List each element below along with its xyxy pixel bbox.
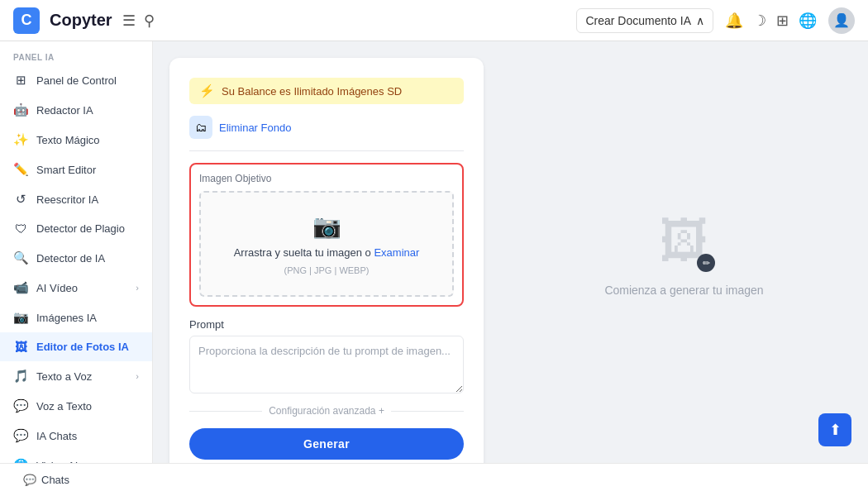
center-panel: ⚡ Su Balance es Ilimitado Imágenes SD 🗂 … <box>153 41 500 463</box>
generar-button[interactable]: Generar <box>189 428 464 460</box>
grid-icon[interactable]: ⊞ <box>776 12 789 30</box>
sidebar-item-label: Reescritor IA <box>36 193 98 206</box>
bottom-bar: 💬 Chats <box>0 463 868 496</box>
sidebar-item-label: Texto Mágico <box>36 134 100 146</box>
right-preview-panel: 🖼 ✏ Comienza a generar tu imagen ⬆ <box>500 41 868 463</box>
chevron-up-icon: ⬆ <box>829 421 842 439</box>
sidebar-item-imagenes-ia[interactable]: 📷 Imágenes IA <box>0 303 152 332</box>
upload-instruction: Arrastra y suelta tu imagen o Examinar <box>234 246 420 259</box>
sidebar-item-texto-a-voz[interactable]: 🎵 Texto a Voz › <box>0 361 152 391</box>
sidebar-item-label: Detector de IA <box>36 252 105 265</box>
imagen-objetivo-label: Imagen Objetivo <box>199 173 454 184</box>
redactor-ia-icon: 🤖 <box>13 103 28 117</box>
detector-plagio-icon: 🛡 <box>13 222 28 236</box>
sidebar-item-label: Imágenes IA <box>36 312 97 324</box>
sidebar-item-label: Editor de Fotos IA <box>36 341 129 353</box>
search-icon[interactable]: ⚲ <box>144 12 155 30</box>
sidebar-section-label: PANEL IA <box>0 41 152 65</box>
bolt-icon: ⚡ <box>199 83 215 98</box>
sidebar-item-label: Smart Editor <box>36 164 96 176</box>
chats-label: Chats <box>41 474 69 486</box>
crear-doc-label: Crear Documento IA <box>585 14 691 27</box>
line-right <box>391 411 464 412</box>
logo-letter: C <box>21 12 32 29</box>
sidebar-item-detector-ia[interactable]: 🔍 Detector de IA <box>0 243 152 273</box>
top-navigation: C Copyter ☰ ⚲ Crear Documento IA ∧ 🔔 ☽ ⊞… <box>0 0 868 41</box>
panel-control-icon: ⊞ <box>13 73 28 88</box>
sidebar: PANEL IA ⊞ Panel de Control 🤖 Redactor I… <box>0 41 153 463</box>
menu-icon[interactable]: ☰ <box>122 12 136 30</box>
eliminar-fondo-label: Eliminar Fondo <box>219 122 291 134</box>
texto-a-voz-arrow: › <box>136 371 139 381</box>
sidebar-item-texto-magico[interactable]: ✨ Texto Mágico <box>0 125 152 155</box>
topnav-right-icons: 🔔 ☽ ⊞ 🌐 <box>725 12 817 30</box>
sidebar-item-label: IA Chats <box>36 430 77 442</box>
editor-card: ⚡ Su Balance es Ilimitado Imágenes SD 🗂 … <box>169 58 484 463</box>
sidebar-item-voz-a-texto[interactable]: 💬 Voz a Texto <box>0 391 152 421</box>
sidebar-item-label: AI Vídeo <box>36 282 78 294</box>
line-left <box>189 411 262 412</box>
texto-a-voz-icon: 🎵 <box>13 369 28 384</box>
sidebar-item-ia-chats[interactable]: 💬 IA Chats <box>0 421 152 451</box>
ai-video-arrow: › <box>136 283 139 293</box>
sidebar-item-detector-plagio[interactable]: 🛡 Detector de Plagio <box>0 214 152 243</box>
balance-text: Su Balance es Ilimitado Imágenes SD <box>222 85 402 98</box>
pencil-icon: ✏ <box>697 254 715 272</box>
sidebar-item-panel-control[interactable]: ⊞ Panel de Control <box>0 65 152 95</box>
ai-video-icon: 📹 <box>13 280 28 295</box>
voz-a-texto-icon: 💬 <box>13 398 28 413</box>
divider <box>189 150 464 151</box>
sidebar-item-label: Redactor IA <box>36 104 93 117</box>
topnav-left: C Copyter ☰ ⚲ <box>13 7 155 34</box>
config-avanzada-row[interactable]: Configuración avanzada + <box>189 405 464 417</box>
sidebar-item-redactor-ia[interactable]: 🤖 Redactor IA <box>0 95 152 125</box>
prompt-textarea[interactable] <box>189 336 464 393</box>
eliminar-fondo-icon: 🗂 <box>189 116 212 139</box>
moon-icon[interactable]: ☽ <box>753 12 766 30</box>
sidebar-item-label: Panel de Control <box>36 74 117 87</box>
vision-ai-icon: 🌐 <box>13 458 28 463</box>
eliminar-fondo-row[interactable]: 🗂 Eliminar Fondo <box>189 116 464 139</box>
examinar-link[interactable]: Examinar <box>374 246 419 259</box>
sidebar-item-label: Vision AI <box>36 460 78 464</box>
sidebar-item-label: Texto a Voz <box>36 370 92 383</box>
crear-documento-button[interactable]: Crear Documento IA ∧ <box>576 8 713 33</box>
smart-editor-icon: ✏️ <box>13 162 28 177</box>
sidebar-item-vision-ai[interactable]: 🌐 Vision AI <box>0 451 152 463</box>
topnav-right: Crear Documento IA ∧ 🔔 ☽ ⊞ 🌐 👤 <box>576 7 855 34</box>
user-avatar[interactable]: 👤 <box>828 7 855 34</box>
upload-dropzone[interactable]: 📷 Arrastra y suelta tu imagen o Examinar… <box>199 191 454 297</box>
sidebar-item-reescritor-ia[interactable]: ↺ Reescritor IA <box>0 184 152 214</box>
balance-banner: ⚡ Su Balance es Ilimitado Imágenes SD <box>189 78 464 104</box>
texto-magico-icon: ✨ <box>13 132 28 147</box>
editor-fotos-icon: 🖼 <box>13 340 28 354</box>
logo-box: C <box>13 7 40 34</box>
config-avanzada-label: Configuración avanzada + <box>269 405 384 417</box>
main-content: ⚡ Su Balance es Ilimitado Imágenes SD 🗂 … <box>153 41 868 463</box>
upload-formats: (PNG | JPG | WEBP) <box>284 265 370 275</box>
prompt-label: Prompt <box>189 318 464 331</box>
eraser-icon: 🗂 <box>195 121 207 134</box>
sidebar-item-ai-video[interactable]: 📹 AI Vídeo › <box>0 273 152 303</box>
topnav-left-icons: ☰ ⚲ <box>122 12 155 30</box>
detector-ia-icon: 🔍 <box>13 250 28 265</box>
prompt-section: Prompt <box>189 318 464 393</box>
sidebar-item-smart-editor[interactable]: ✏️ Smart Editor <box>0 155 152 184</box>
chats-tab[interactable]: 💬 Chats <box>13 469 79 491</box>
imagenes-ia-icon: 📷 <box>13 310 28 325</box>
imagen-objetivo-box: Imagen Objetivo 📷 Arrastra y suelta tu i… <box>189 163 464 307</box>
preview-icon: 🖼 ✏ <box>651 207 717 274</box>
sidebar-item-editor-fotos-ia[interactable]: 🖼 Editor de Fotos IA <box>0 332 152 361</box>
bell-icon[interactable]: 🔔 <box>725 12 743 30</box>
scroll-to-top-button[interactable]: ⬆ <box>818 413 851 446</box>
sidebar-item-label: Detector de Plagio <box>36 222 125 235</box>
preview-label: Comienza a generar tu imagen <box>604 284 763 297</box>
preview-icon-wrap: 🖼 ✏ Comienza a generar tu imagen <box>604 207 763 297</box>
ia-chats-icon: 💬 <box>13 428 28 443</box>
reescritor-ia-icon: ↺ <box>13 192 28 207</box>
avatar-icon: 👤 <box>833 12 850 28</box>
camera-icon: 📷 <box>312 212 341 240</box>
logo-name: Copyter <box>50 11 112 30</box>
chevron-up-icon: ∧ <box>696 14 704 27</box>
globe-icon[interactable]: 🌐 <box>799 12 817 30</box>
